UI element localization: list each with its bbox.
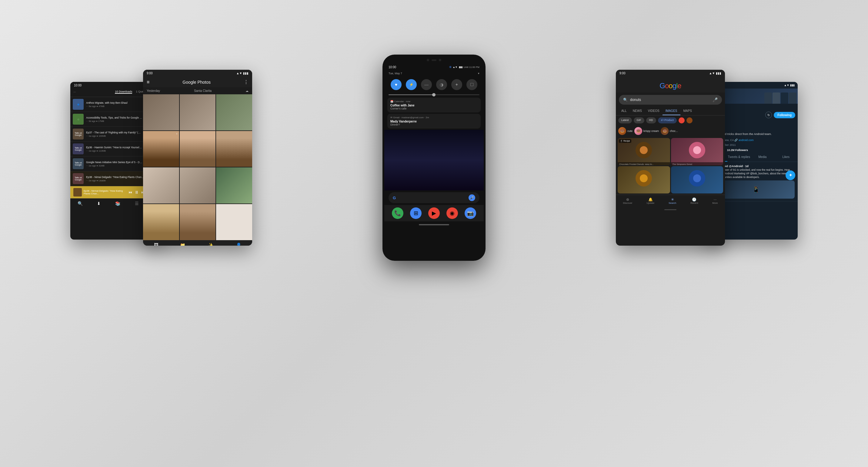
playlist-icon[interactable]: ☰ xyxy=(135,201,139,206)
tab-media[interactable]: Media xyxy=(751,153,774,162)
followers-count[interactable]: 10.2M Followers xyxy=(727,149,748,152)
tab-likes[interactable]: Likes xyxy=(774,153,798,162)
photo-cell[interactable] xyxy=(143,167,179,203)
toggle-screenrecord[interactable]: ☐ xyxy=(466,79,477,90)
pause-icon[interactable]: ⏸ xyxy=(134,190,139,195)
photo-cell[interactable] xyxy=(180,94,216,130)
notification-gmail[interactable]: ✉ Gmail · madvan@gmail.com · 2m Mady Van… xyxy=(387,114,481,128)
compose-button[interactable]: ✦ xyxy=(785,170,795,180)
chip-latest[interactable]: Latest xyxy=(618,117,632,123)
recipe-badge: 🍴 Recipe xyxy=(619,139,631,143)
nav-update[interactable]: 🔔 Update xyxy=(647,197,654,204)
donut-visual xyxy=(671,166,723,191)
google-search-box[interactable]: 🔍 donuts 🎤 xyxy=(619,95,722,105)
photo-cell[interactable] xyxy=(143,94,179,130)
suggestion-cute[interactable]: 🍩 cute xyxy=(618,127,632,135)
photo-cell[interactable] xyxy=(143,204,179,240)
downloads-icon[interactable]: ⬇ xyxy=(97,201,101,206)
photo-cell[interactable]: + xyxy=(143,131,179,167)
home-indicator[interactable] xyxy=(419,224,449,225)
toggle-bluetooth[interactable]: ⚡ xyxy=(406,79,417,90)
tweet-content: Android @Android · 1d The power of 5G is… xyxy=(717,164,795,199)
tab-videos[interactable]: VIDEOS xyxy=(645,107,662,115)
tab-tweets-replies[interactable]: Tweets & replies xyxy=(727,153,751,162)
nav-search[interactable]: ✳ Search xyxy=(669,197,676,204)
image-result-caramel[interactable] xyxy=(618,166,670,194)
tab-all[interactable]: ALL xyxy=(618,107,630,115)
google-assistant-icon[interactable]: 🎤 xyxy=(713,97,718,102)
refresh-icon[interactable]: ↻ xyxy=(765,112,772,118)
filter-chips-row: Latest GIF HD 🏷 Product xyxy=(616,116,725,125)
phones-container: 10:00 ▲ ▼ ▮ ··· 10 Downloads 1 Queued 0 … xyxy=(40,36,828,431)
image-result-chocolate[interactable]: 🍴 Recipe Chocolate Frosted Donuts: easy … xyxy=(618,138,670,165)
image-caption: The Simpsons Donuttheflavorbender.com xyxy=(671,162,723,165)
photos-tab-sharing[interactable]: 👤 Sharing xyxy=(234,242,243,245)
image-result-blue[interactable] xyxy=(671,166,723,194)
podcast-tab-downloads[interactable]: 10 Downloads xyxy=(115,90,132,94)
donut-visual xyxy=(671,138,723,162)
center-search-bar[interactable]: G 🎤 xyxy=(389,192,479,203)
dock-chrome[interactable]: ◉ xyxy=(446,207,458,219)
expand-icon: ▾ xyxy=(478,72,479,75)
photo-cell[interactable] xyxy=(216,167,252,203)
dock-camera[interactable]: 📷 xyxy=(465,207,476,219)
chip-hd[interactable]: HD xyxy=(646,117,656,123)
dock-apps[interactable]: ⊞ xyxy=(410,207,422,219)
toggle-brightness[interactable]: ◑ xyxy=(436,79,447,90)
prev-icon[interactable]: ⏮ xyxy=(128,190,132,194)
google-mic-icon[interactable]: 🎤 xyxy=(469,194,475,201)
photos-tab-photos[interactable]: 🖼 Photos xyxy=(152,242,160,245)
photos-date-label: Yesterday xyxy=(147,89,160,92)
photo-cell[interactable] xyxy=(180,167,216,203)
toggle-favorite[interactable]: ♥ xyxy=(391,79,402,90)
photos-bottom-bar: 🖼 Photos 📁 Albums ✨ Assistant 👤 Sharing xyxy=(143,240,252,245)
chip-product[interactable]: 🏷 Product xyxy=(658,117,677,123)
search-query: donuts xyxy=(630,98,710,102)
home-indicator[interactable] xyxy=(664,209,677,210)
playing-title: Ep38 - Nirmal Delgado: "How Eating Plant… xyxy=(84,189,127,195)
nav-discover[interactable]: ⊛ Discover xyxy=(623,197,632,204)
photos-tab-albums[interactable]: 📁 Albums xyxy=(178,242,187,245)
tab-news[interactable]: NEWS xyxy=(630,107,645,115)
photo-cell[interactable] xyxy=(180,131,216,167)
podcast-title: Accessibility Tools, Tips, and Tricks fo… xyxy=(86,116,143,119)
photos-menu-icon[interactable]: ≡ xyxy=(147,80,149,85)
twitter-action-buttons: ↻ Following xyxy=(765,112,795,118)
chip-color-red[interactable] xyxy=(679,117,685,123)
podcast-thumb: Talks at Google xyxy=(73,143,84,154)
twitter-follow-button[interactable]: Following xyxy=(774,112,795,118)
photos-time: 9:00 xyxy=(147,71,152,75)
toggle-dnd[interactable]: — xyxy=(421,79,432,90)
photos-more-icon[interactable]: ⋮ xyxy=(244,79,249,85)
photo-cell[interactable] xyxy=(216,204,252,240)
google-home-bar xyxy=(616,207,725,212)
twitter-signal: ▲▼ ▮▮▮ xyxy=(784,84,795,87)
tab-maps[interactable]: MAPS xyxy=(680,107,695,115)
podcast-meta: ··· 3d ago ● 17MB xyxy=(86,120,143,122)
suggestion-choc[interactable]: 🍩 choc... xyxy=(661,127,678,135)
photos-upload-icon[interactable]: ☁ xyxy=(246,89,249,92)
photo-cell[interactable] xyxy=(180,204,216,240)
home-indicator-bar xyxy=(384,222,484,228)
suggestion-krispy-cream[interactable]: 🍩 krispy cream xyxy=(634,127,659,135)
podcast-meta: ··· 3w ago ● 47MB xyxy=(86,105,143,108)
nav-more[interactable]: ··· More xyxy=(712,197,718,204)
chip-gif[interactable]: GIF xyxy=(634,117,644,123)
photos-header: ≡ Google Photos ⋮ xyxy=(143,77,252,87)
notif-source: ✉ Gmail · madvan@gmail.com · 2m xyxy=(390,116,478,119)
photos-tab-assistant[interactable]: ✨ Assistant xyxy=(205,242,216,245)
photo-cell[interactable] xyxy=(216,94,252,130)
library-icon[interactable]: 📚 xyxy=(115,201,120,206)
tab-images[interactable]: IMAGES xyxy=(662,107,680,115)
toggle-autorotate[interactable]: ✦ xyxy=(451,79,462,90)
chip-color-brown[interactable] xyxy=(686,117,692,123)
notification-calendar[interactable]: 📅 Calendar · now Coffee with Jane Corner… xyxy=(387,98,481,113)
image-result-simpsons[interactable]: The Simpsons Donuttheflavorbender.com xyxy=(671,138,723,165)
photo-cell[interactable] xyxy=(216,131,252,167)
podcast-thumb: ⬡ xyxy=(73,114,84,125)
dock-phone[interactable]: 📞 xyxy=(392,207,403,219)
nav-recent[interactable]: 🕐 Recent xyxy=(690,197,698,204)
search-icon[interactable]: 🔍 xyxy=(78,201,83,206)
dock-play[interactable]: ▶ xyxy=(428,207,440,219)
photos-signal: ▲▼ ▮▮▮ xyxy=(236,71,249,75)
